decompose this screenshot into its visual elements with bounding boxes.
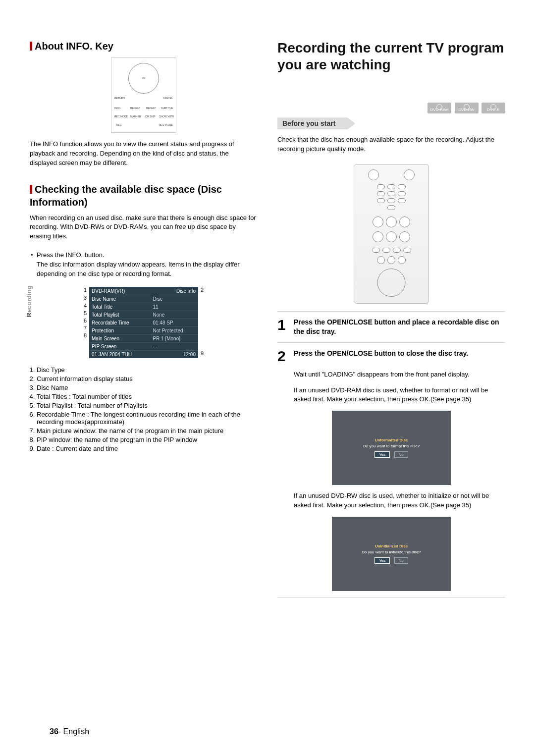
callout-8: 8 (79, 332, 87, 340)
badge-dvd-ram: DVD-RAM (428, 103, 451, 113)
num-7-icon (377, 198, 385, 203)
dialog2-question: Do you want to initialize this disc? (362, 550, 421, 554)
stop-icon (382, 248, 390, 253)
left-column: About INFO. Key OK RETURN CANCEL INFO. R… (30, 40, 258, 603)
ok-label: OK (142, 77, 145, 80)
row-totaltitle-label: Total Title (89, 303, 150, 311)
dpad-icon (377, 269, 406, 297)
row-protection-value: Not Protected (150, 326, 198, 334)
dialog2-no-button: No (394, 557, 408, 564)
rew-icon (372, 248, 380, 253)
row-totalplaylist-value: None (150, 311, 198, 319)
remote-closeup-figure: OK RETURN CANCEL INFO. REPEAT REPEAT SUB… (30, 57, 258, 135)
callouts-right: 2 9 (199, 286, 209, 359)
dialog1-question: Do you want to format this disc? (363, 444, 420, 448)
marker-label: MARKER (130, 115, 141, 118)
press-info-body: The disc information display window appe… (30, 260, 258, 279)
row-mainscreen-value: PR 1 [Mono] (150, 334, 198, 342)
press-info-step: Press the INFO. button. (30, 251, 258, 259)
disc-type-badges: DVD-RAM DVD-RW DVD-R (277, 103, 505, 113)
disc-info-figure: 1 3 4 5 6 7 8 DVD-RAM(VR)Disc Info Disc … (30, 286, 258, 359)
divider (277, 597, 505, 597)
callout-9: 9 (201, 350, 208, 356)
format-dialog: Unformatted Disc Do you want to format t… (363, 438, 420, 458)
disc-header-right: Disc Info (150, 287, 198, 295)
cmskip-label: CM SKIP (145, 115, 156, 118)
row-recordable-value: 01:48 SP (150, 319, 198, 326)
main-title: Recording the current TV program you are… (277, 40, 505, 73)
initialize-dialog-figure: Uninitialized Disc Do you want to initia… (332, 517, 451, 591)
callout-1: 1 (79, 287, 87, 295)
ff-icon (403, 248, 411, 253)
heading-bar-icon (30, 185, 32, 194)
section-tab: Recording (26, 285, 33, 317)
dialog1-yes-button: Yes (374, 451, 390, 458)
disc-header-left: DVD-RAM(VR) (89, 287, 150, 295)
row-totalplaylist-label: Total Playlist (89, 311, 150, 319)
num-8-icon (387, 198, 395, 203)
play-icon (393, 248, 401, 253)
rec-label: REC (116, 123, 122, 126)
num-2-icon (387, 184, 395, 189)
step-2-body-1: Wait until "LOADING" disappears from the… (294, 370, 505, 379)
tv-power-icon (404, 169, 415, 180)
num-3-icon (398, 184, 406, 189)
open-close-icon (399, 216, 410, 227)
page-number: 36 (50, 727, 58, 736)
power-icon (368, 169, 379, 180)
divider (277, 342, 505, 343)
num-9-icon (398, 198, 406, 203)
tab-rest: ecording (26, 285, 33, 313)
step-2-body-2: If an unused DVD-RAM disc is used, wheth… (294, 386, 505, 405)
legend-6: Recordable Time : The longest continuous… (37, 411, 258, 426)
legend-4: Total Titles : Total number of titles (37, 393, 258, 400)
page-footer: 36- English (50, 727, 89, 736)
callout-5: 5 (79, 310, 87, 318)
vol-up-icon (373, 216, 383, 227)
dialog2-title: Uninitialized Disc (362, 544, 421, 548)
num-6-icon (398, 191, 406, 196)
callout-2: 2 (201, 287, 208, 295)
pause-icon (387, 256, 395, 264)
callout-3: 3 (79, 295, 87, 303)
before-you-start-heading: Before you start (277, 117, 355, 129)
row-totaltitle-value: 11 (150, 303, 198, 311)
row-pipscreen-label: PIP Screen (89, 342, 150, 350)
dialog1-no-button: No (394, 451, 408, 458)
about-info-heading: About INFO. Key (30, 40, 258, 53)
disc-space-title: Checking the available disc space (Disc … (30, 184, 222, 208)
vol-down-icon (373, 231, 383, 242)
step-2-title: Press the OPEN/CLOSE button to close the… (294, 349, 468, 364)
disc-info-cell: DVD-RAM(VR)Disc Info Disc NameDisc Total… (89, 286, 199, 359)
step-1-number: 1 (277, 318, 290, 336)
step-2-body-3: If an unused DVD-RW disc is used, whethe… (294, 491, 505, 510)
row-pipscreen-value: - - (150, 342, 198, 350)
prev-icon (377, 256, 385, 264)
info-label: INFO. (114, 107, 121, 109)
repeat1-label: REPEAT (130, 107, 140, 109)
num-4-icon (377, 191, 385, 196)
callout-4: 4 (79, 303, 87, 310)
cancel-label: CANCEL (163, 97, 173, 100)
before-start-body: Check that the disc has enough available… (277, 135, 505, 154)
right-column: Recording the current TV program you are… (277, 40, 505, 603)
disc-info-legend: Disc Type Current information display st… (30, 366, 258, 452)
dpad-icon: OK (128, 63, 159, 94)
next-icon (398, 256, 406, 264)
about-info-title: About INFO. Key (35, 41, 113, 52)
row-discname-label: Disc Name (89, 295, 150, 303)
legend-7: Main picture window: the name of the pro… (37, 427, 258, 434)
disc-space-paragraph: When recording on an used disc, make sur… (30, 214, 258, 242)
rec-icon (399, 231, 410, 242)
row-protection-label: Protection (89, 326, 150, 334)
row-recordable-label: Recordable Time (89, 319, 150, 326)
legend-1: Disc Type (37, 366, 258, 374)
page-language: English (63, 727, 89, 736)
repeat2-label: REPEAT (146, 107, 156, 109)
step-2-number: 2 (277, 349, 290, 364)
callouts-left: 1 3 4 5 6 7 8 (79, 286, 89, 359)
tab-letter: R (26, 313, 33, 317)
recpause-label: REC PAUSE (159, 123, 173, 126)
remote-closeup-illustration: OK RETURN CANCEL INFO. REPEAT REPEAT SUB… (111, 57, 176, 133)
initialize-dialog: Uninitialized Disc Do you want to initia… (362, 544, 421, 564)
